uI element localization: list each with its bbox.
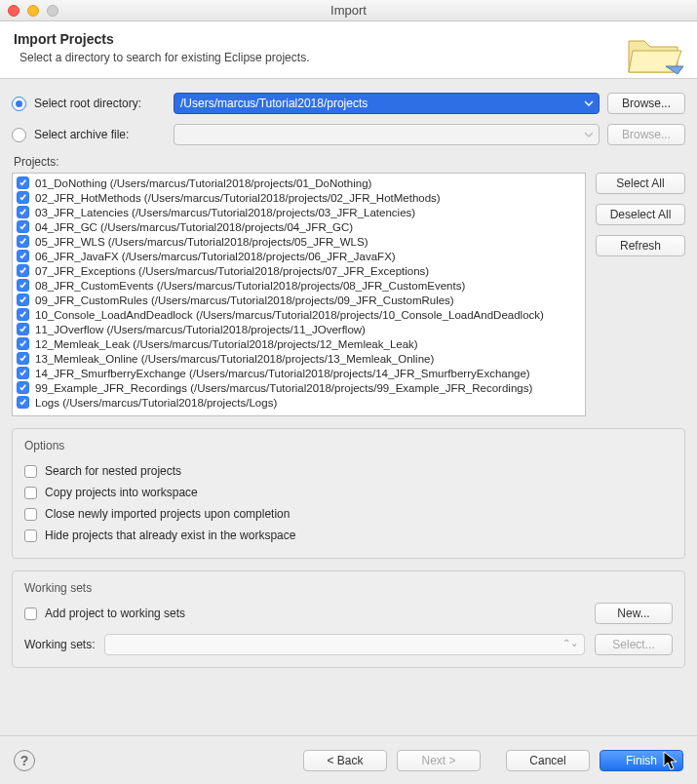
project-label: 12_Memleak_Leak (/Users/marcus/Tutorial2…	[35, 338, 418, 350]
working-sets-combo: ⌃⌄	[104, 634, 585, 655]
projects-label: Projects:	[14, 155, 685, 169]
working-sets-panel: Working sets Add project to working sets…	[12, 570, 685, 668]
finish-button[interactable]: Finish	[600, 750, 683, 771]
project-label: 07_JFR_Exceptions (/Users/marcus/Tutoria…	[35, 265, 429, 277]
project-row[interactable]: 14_JFR_SmurfberryExchange (/Users/marcus…	[17, 366, 581, 380]
project-label: Logs (/Users/marcus/Tutorial2018/project…	[35, 397, 277, 409]
projects-list[interactable]: 01_DoNothing (/Users/marcus/Tutorial2018…	[12, 173, 586, 416]
project-checkbox[interactable]	[17, 206, 29, 218]
dialog-footer: ? < Back Next > Cancel Finish	[0, 735, 697, 784]
new-working-set-button[interactable]: New...	[595, 603, 673, 624]
project-checkbox[interactable]	[17, 396, 29, 409]
project-label: 10_Console_LoadAndDeadlock (/Users/marcu…	[35, 309, 544, 321]
hide-label: Hide projects that already exist in the …	[45, 529, 295, 542]
project-checkbox[interactable]	[17, 352, 29, 365]
options-title: Options	[24, 439, 673, 452]
dialog-header: Import Projects Select a directory to se…	[0, 21, 697, 79]
project-row[interactable]: 11_JOverflow (/Users/marcus/Tutorial2018…	[17, 322, 581, 336]
root-directory-combo[interactable]: /Users/marcus/Tutorial2018/projects	[174, 93, 600, 114]
project-label: 01_DoNothing (/Users/marcus/Tutorial2018…	[35, 177, 371, 189]
nested-label: Search for nested projects	[45, 464, 181, 478]
project-checkbox[interactable]	[17, 279, 29, 292]
project-row[interactable]: 12_Memleak_Leak (/Users/marcus/Tutorial2…	[17, 336, 581, 351]
project-row[interactable]: 10_Console_LoadAndDeadlock (/Users/marcu…	[17, 307, 581, 322]
project-label: 13_Memleak_Online (/Users/marcus/Tutoria…	[35, 353, 434, 365]
select-working-set-button: Select...	[595, 634, 673, 655]
project-row[interactable]: 09_JFR_CustomRules (/Users/marcus/Tutori…	[17, 293, 581, 307]
project-checkbox[interactable]	[17, 220, 29, 233]
project-row[interactable]: 05_JFR_WLS (/Users/marcus/Tutorial2018/p…	[17, 234, 581, 249]
project-row[interactable]: 13_Memleak_Online (/Users/marcus/Tutoria…	[17, 351, 581, 366]
project-checkbox[interactable]	[17, 337, 29, 350]
add-working-set-checkbox[interactable]	[24, 608, 37, 620]
project-label: 05_JFR_WLS (/Users/marcus/Tutorial2018/p…	[35, 236, 368, 248]
working-sets-title: Working sets	[24, 581, 673, 595]
add-working-set-label: Add project to working sets	[45, 607, 185, 620]
page-title: Import Projects	[14, 31, 683, 47]
copy-label: Copy projects into workspace	[45, 486, 198, 499]
close-checkbox[interactable]	[24, 508, 37, 521]
project-checkbox[interactable]	[17, 250, 29, 262]
project-label: 06_JFR_JavaFX (/Users/marcus/Tutorial201…	[35, 251, 396, 262]
help-button[interactable]: ?	[14, 750, 35, 771]
project-row[interactable]: 02_JFR_HotMethods (/Users/marcus/Tutoria…	[17, 190, 581, 205]
project-checkbox[interactable]	[17, 191, 29, 204]
back-button[interactable]: < Back	[303, 750, 387, 771]
titlebar: Import	[0, 0, 697, 21]
project-checkbox[interactable]	[17, 294, 29, 306]
hide-checkbox[interactable]	[24, 529, 37, 542]
options-panel: Options Search for nested projects Copy …	[12, 428, 685, 559]
updown-icon: ⌃⌄	[562, 638, 578, 648]
project-checkbox[interactable]	[17, 264, 29, 277]
project-row[interactable]: 04_JFR_GC (/Users/marcus/Tutorial2018/pr…	[17, 219, 581, 234]
chevron-down-icon	[583, 129, 595, 140]
archive-file-combo	[174, 124, 600, 145]
archive-file-label: Select archive file:	[34, 128, 166, 141]
project-label: 14_JFR_SmurfberryExchange (/Users/marcus…	[35, 368, 530, 379]
root-directory-value: /Users/marcus/Tutorial2018/projects	[180, 97, 368, 110]
deselect-all-button[interactable]: Deselect All	[596, 204, 685, 225]
project-checkbox[interactable]	[17, 308, 29, 321]
project-row[interactable]: 01_DoNothing (/Users/marcus/Tutorial2018…	[17, 176, 581, 190]
archive-file-radio[interactable]	[12, 128, 26, 142]
select-all-button[interactable]: Select All	[596, 173, 685, 194]
next-button: Next >	[397, 750, 481, 771]
project-row[interactable]: 06_JFR_JavaFX (/Users/marcus/Tutorial201…	[17, 249, 581, 263]
zoom-window-button	[47, 5, 58, 17]
project-row[interactable]: 99_Example_JFR_Recordings (/Users/marcus…	[17, 380, 581, 395]
browse-archive-button: Browse...	[607, 124, 685, 145]
project-checkbox[interactable]	[17, 381, 29, 394]
copy-checkbox[interactable]	[24, 487, 37, 499]
root-directory-radio[interactable]	[12, 97, 26, 111]
browse-root-button[interactable]: Browse...	[607, 93, 685, 114]
close-window-button[interactable]	[8, 5, 19, 17]
project-label: 03_JFR_Latencies (/Users/marcus/Tutorial…	[35, 207, 415, 218]
nested-checkbox[interactable]	[24, 465, 37, 478]
project-checkbox[interactable]	[17, 235, 29, 248]
project-checkbox[interactable]	[17, 367, 29, 379]
window-title: Import	[330, 3, 367, 18]
cancel-button[interactable]: Cancel	[506, 750, 590, 771]
project-row[interactable]: 03_JFR_Latencies (/Users/marcus/Tutorial…	[17, 205, 581, 219]
project-row[interactable]: 07_JFR_Exceptions (/Users/marcus/Tutoria…	[17, 263, 581, 278]
page-subtitle: Select a directory to search for existin…	[19, 51, 683, 64]
wizard-icon	[625, 27, 685, 81]
project-row[interactable]: Logs (/Users/marcus/Tutorial2018/project…	[17, 395, 581, 410]
refresh-button[interactable]: Refresh	[596, 235, 685, 256]
project-label: 11_JOverflow (/Users/marcus/Tutorial2018…	[35, 324, 366, 335]
project-label: 09_JFR_CustomRules (/Users/marcus/Tutori…	[35, 294, 454, 306]
root-directory-label: Select root directory:	[34, 97, 166, 110]
project-label: 99_Example_JFR_Recordings (/Users/marcus…	[35, 382, 532, 394]
project-label: 08_JFR_CustomEvents (/Users/marcus/Tutor…	[35, 280, 465, 292]
chevron-down-icon	[583, 98, 595, 109]
minimize-window-button[interactable]	[27, 5, 39, 17]
project-checkbox[interactable]	[17, 323, 29, 335]
working-sets-label: Working sets:	[24, 638, 95, 651]
project-label: 04_JFR_GC (/Users/marcus/Tutorial2018/pr…	[35, 221, 353, 233]
project-checkbox[interactable]	[17, 176, 29, 189]
close-label: Close newly imported projects upon compl…	[45, 507, 290, 521]
project-label: 02_JFR_HotMethods (/Users/marcus/Tutoria…	[35, 192, 441, 204]
project-row[interactable]: 08_JFR_CustomEvents (/Users/marcus/Tutor…	[17, 278, 581, 293]
